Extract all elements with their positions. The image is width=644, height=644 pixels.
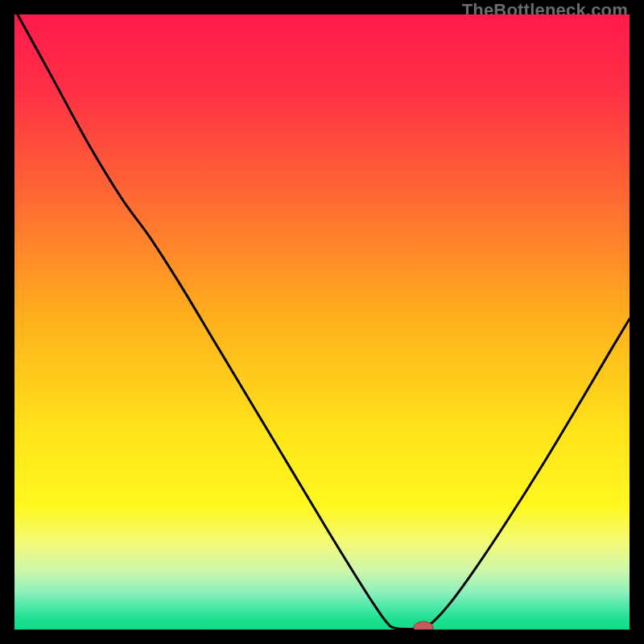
chart-svg: [14, 14, 630, 630]
gradient-backdrop: [14, 14, 630, 630]
plot-area: [14, 14, 630, 630]
chart-container: TheBottleneck.com: [0, 0, 644, 644]
